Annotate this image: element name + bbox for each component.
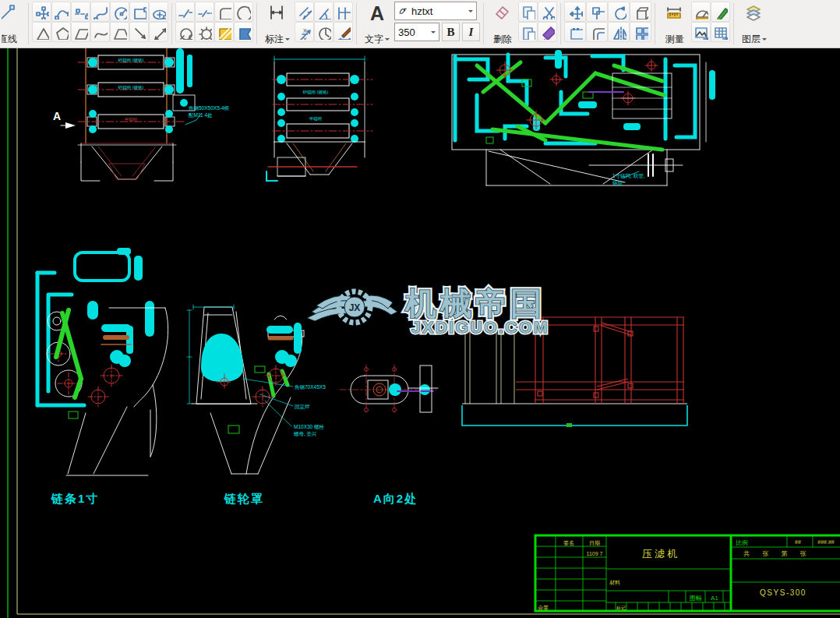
mirror-button[interactable]: [608, 22, 630, 42]
copy-button[interactable]: [518, 2, 538, 22]
tb-countersign-label: 会签: [538, 605, 549, 610]
view-sprocket-cover[interactable]: 角钢70X45X5 固定焊 M10X30 螺栓 螺母, 垫片: [187, 305, 326, 474]
aligned-dimension-button[interactable]: [295, 2, 314, 22]
view-front-rollers[interactable]: 砂辊组 (镀铬) 砂辊组 (镀铬) 平辊组 A: [53, 48, 230, 181]
cad-application-window: 直线: [0, 0, 840, 618]
measure-button[interactable]: 测量: [658, 2, 691, 45]
divide-line-icon: [197, 5, 212, 19]
export-table-button[interactable]: [711, 22, 730, 42]
ellipse-tool-button[interactable]: [149, 2, 168, 22]
layer-button[interactable]: 图层: [737, 2, 771, 45]
fillet-button[interactable]: [214, 2, 234, 22]
angle-dimension-button[interactable]: [314, 2, 334, 22]
line-tool-button[interactable]: 直线: [2, 2, 25, 45]
annotate-pen-button[interactable]: [711, 2, 730, 22]
wipeout-button[interactable]: [234, 22, 253, 42]
roller-label-b2: 平辊组: [309, 116, 323, 122]
radius-dimension-button[interactable]: [314, 22, 334, 42]
view-a-detail[interactable]: [340, 365, 438, 415]
export-image-button[interactable]: [691, 22, 711, 42]
tb-drawing-title: 压滤机: [642, 548, 679, 560]
wipeout-icon: [236, 25, 251, 40]
roller-label-3: 平辊组: [125, 117, 138, 122]
toolbar-group-modify-curves: [173, 1, 256, 47]
view-side-rollers[interactable]: 砂辊组 (镀铬) 平辊组: [266, 56, 372, 181]
arc-trim-button[interactable]: [234, 2, 253, 22]
array-button[interactable]: [630, 22, 651, 42]
tb-value-2: ###.##: [817, 539, 835, 545]
offset-button[interactable]: [586, 22, 608, 42]
view-a-marker: A: [53, 110, 61, 122]
trapezoid-icon: [112, 25, 127, 40]
rectangle-icon: [132, 5, 146, 19]
trapezoid-tool-button[interactable]: [110, 22, 129, 42]
divide-line-button[interactable]: [195, 2, 214, 22]
hatch-button[interactable]: [214, 22, 234, 42]
delete-button[interactable]: 删除: [487, 2, 518, 45]
ruler-icon: [665, 3, 685, 23]
move-button[interactable]: [564, 2, 586, 22]
continued-dimension-button[interactable]: [334, 2, 353, 22]
font-size-select[interactable]: 350: [394, 23, 439, 41]
measure-label: 测量: [665, 34, 684, 44]
toolbar-group-dimension: 标注 XY: [258, 1, 355, 47]
tb-material-label: 材料: [609, 580, 620, 586]
tangent-circle-button[interactable]: [175, 22, 195, 42]
scale-icon: [590, 5, 605, 19]
node-edit-button[interactable]: [32, 2, 51, 22]
scale-button[interactable]: [586, 2, 608, 22]
paste-button[interactable]: [518, 22, 538, 42]
view-chain-drive[interactable]: [37, 248, 168, 475]
cad-viewport[interactable]: 砂辊组 (镀铬) 砂辊组 (镀铬) 平辊组 A: [0, 48, 840, 618]
dimension-edit-button[interactable]: [334, 22, 353, 42]
arrow-tool-button[interactable]: [129, 22, 149, 42]
cover-note-2: 固定焊: [295, 404, 310, 410]
break-line-button[interactable]: [175, 2, 195, 22]
drawing-canvas[interactable]: 砂辊组 (镀铬) 砂辊组 (镀铬) 平辊组 A: [0, 48, 840, 618]
cover-note-1: 角钢70X45X5: [295, 384, 326, 390]
bold-button[interactable]: B: [442, 23, 460, 41]
toolbar-separator: [733, 3, 734, 44]
format-painter-icon: [540, 25, 555, 40]
gear-button[interactable]: [195, 22, 214, 42]
stamp-button[interactable]: [564, 22, 586, 42]
triangle-tool-button[interactable]: [32, 22, 51, 42]
view-3d-button[interactable]: [630, 2, 651, 22]
double-arrow-icon: [151, 25, 166, 40]
polyline-arc-button[interactable]: [51, 2, 71, 22]
format-painter-button[interactable]: [538, 22, 557, 42]
polygon-tool-button[interactable]: [51, 22, 71, 42]
roller-label-1: 砂辊组 (镀铬): [118, 58, 144, 63]
text-tool-button[interactable]: A 文字: [360, 2, 394, 45]
paste-icon: [521, 25, 535, 40]
coordinate-dimension-button[interactable]: XY: [295, 22, 314, 42]
offset-icon: [590, 25, 605, 40]
arc-trim-icon: [236, 5, 251, 19]
view-machine-elevation[interactable]: 1寸链同, 联管, 链轮: [452, 50, 715, 186]
parallelogram-tool-button[interactable]: [71, 22, 90, 42]
italic-button[interactable]: I: [462, 23, 480, 41]
centerline-button[interactable]: [71, 2, 90, 22]
curve-tool-button[interactable]: [90, 22, 110, 42]
pen-icon: [713, 5, 728, 19]
cut-button[interactable]: [538, 2, 557, 22]
polyline-arc-icon: [54, 5, 69, 19]
coordinate-dimension-icon: XY: [297, 25, 312, 40]
toolbar-separator: [483, 3, 484, 44]
node-edit-icon: [34, 5, 49, 19]
caption-view-a: A向2处: [373, 492, 418, 505]
rectangle-tool-button[interactable]: [129, 2, 149, 22]
protractor-button[interactable]: [691, 2, 711, 22]
export-image-icon: [694, 25, 708, 40]
tangent-circle-icon: [178, 25, 192, 40]
hatch-icon: [217, 25, 231, 40]
toolbar-group-shapes: [30, 1, 171, 47]
spline-button[interactable]: [90, 2, 110, 22]
double-arrow-tool-button[interactable]: [149, 22, 168, 42]
dimension-tool-button[interactable]: 标注: [260, 2, 295, 45]
font-family-select[interactable]: hztxt: [394, 2, 477, 20]
toolbar-group-delete: 删除: [485, 1, 559, 47]
rotate-button[interactable]: [608, 2, 630, 22]
circle-tool-button[interactable]: [110, 2, 129, 22]
watermark-monogram: JX: [349, 302, 361, 313]
